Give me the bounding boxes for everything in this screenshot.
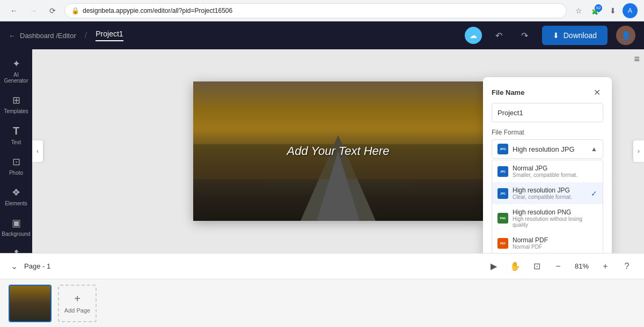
file-name-input[interactable] [492, 103, 603, 122]
close-panel-button[interactable]: ✕ [590, 86, 603, 99]
format-option-hi-png[interactable]: PNG High resolution PNG High resolution … [492, 204, 603, 232]
ai-generator-icon: ✦ [12, 58, 20, 70]
canvas-text[interactable]: Add Your Text Here [287, 144, 390, 158]
zoom-level: 81% [571, 262, 592, 270]
sidebar-item-elements[interactable]: ❖ Elements [2, 182, 30, 211]
layers-button[interactable]: ≡ [634, 54, 640, 65]
download-label: Download [564, 31, 597, 40]
app-header: ← Dashboard /Editor / Project1 ☁ ↶ ↷ ⬇ D… [0, 21, 644, 49]
sidebar-item-upload[interactable]: ⬆ Upload [2, 243, 30, 253]
thumbnail-image-1 [10, 286, 50, 321]
sidebar-item-templates[interactable]: ⊞ Templates [2, 90, 30, 118]
upload-icon: ⬆ [12, 248, 20, 253]
download-panel-header: File Name ✕ [483, 77, 612, 103]
file-format-label: File Format [492, 129, 603, 136]
reload-button[interactable]: ⟳ [45, 3, 60, 18]
hand-tool-button[interactable]: ✋ [507, 258, 524, 275]
sidebar: ✦ AIGenerator ⊞ Templates T Text ⊡ Photo… [0, 49, 32, 253]
canvas-area: ‹ Add Your Text Here › ≡ [32, 49, 644, 253]
hi-png-icon: PNG [497, 213, 508, 224]
download-panel-body: File Format JPG High resolution JPG ▲ [483, 103, 612, 253]
add-page-label: Add Page [64, 307, 90, 314]
templates-icon: ⊞ [12, 94, 20, 106]
toggle-right-button[interactable]: › [633, 140, 644, 162]
app-container: ← Dashboard /Editor / Project1 ☁ ↶ ↷ ⬇ D… [0, 21, 644, 327]
lock-icon: 🔒 [71, 7, 79, 14]
hi-png-title: High resolution PNG [513, 209, 597, 216]
back-button[interactable]: ← [6, 3, 21, 18]
undo-button[interactable]: ↶ [491, 27, 508, 44]
thumbnails-row: + Add Page [0, 279, 644, 327]
normal-pdf-title: Normal PDF [513, 236, 597, 244]
cloud-sync-icon[interactable]: ☁ [465, 27, 482, 44]
selected-format-icon: JPG [497, 144, 508, 154]
help-button[interactable]: ? [618, 258, 635, 275]
format-option-hi-jpg[interactable]: JPG High resolution JPG Clear, compatibl… [492, 182, 603, 204]
breadcrumb-text: Dashboard /Editor [20, 32, 76, 40]
sidebar-item-photo[interactable]: ⊡ Photo [2, 152, 30, 180]
normal-jpg-desc: Smaller, compatible format. [513, 172, 597, 178]
url-text: designbeta.appypie.com/editor/all?pid=Pr… [83, 7, 232, 14]
chevron-up-icon: ▲ [591, 145, 597, 153]
profile-circle[interactable]: A [623, 3, 638, 18]
format-option-normal-pdf[interactable]: PDF Normal PDF Normal PDF [492, 232, 603, 253]
page-label: Page - 1 [24, 262, 50, 270]
hi-png-desc: High resolution without losing quality [513, 216, 597, 228]
hi-jpg-title: High resolution JPG [513, 187, 587, 194]
project-title[interactable]: Project1 [96, 29, 123, 41]
format-options-list: JPG Normal JPG Smaller, compatible forma… [492, 160, 603, 253]
browser-chrome: ← → ⟳ 🔒 designbeta.appypie.com/editor/al… [0, 0, 644, 21]
hi-jpg-desc: Clear, compatible format. [513, 194, 587, 200]
user-avatar[interactable]: 👤 [616, 26, 635, 45]
breadcrumb-nav[interactable]: ← Dashboard /Editor [9, 32, 76, 40]
download-icon[interactable]: ⬇ [605, 3, 620, 18]
address-bar[interactable]: 🔒 designbeta.appypie.com/editor/all?pid=… [64, 3, 567, 18]
download-panel: File Name ✕ File Format JPG High resolut… [483, 77, 612, 253]
hi-jpg-icon: JPG [497, 188, 508, 199]
toggle-left-button[interactable]: ‹ [32, 140, 43, 162]
sidebar-item-text[interactable]: T Text [2, 121, 30, 150]
redo-button[interactable]: ↷ [516, 27, 533, 44]
check-mark-icon: ✓ [591, 189, 597, 198]
fit-screen-button[interactable]: ⊡ [528, 258, 545, 275]
file-name-label: File Name [492, 88, 524, 96]
extensions-icon[interactable]: 🧩 92 [588, 3, 603, 18]
download-button[interactable]: ⬇ Download [542, 26, 608, 45]
main-content: ✦ AIGenerator ⊞ Templates T Text ⊡ Photo… [0, 49, 644, 253]
download-icon: ⬇ [553, 31, 559, 40]
expand-pages-button[interactable]: ⌄ [9, 259, 20, 273]
sidebar-item-ai-generator[interactable]: ✦ AIGenerator [2, 54, 30, 88]
bottom-toolbar: ⌄ Page - 1 ▶ ✋ ⊡ − 81% + ? [0, 253, 644, 279]
selected-format-name: High resolution JPG [513, 145, 587, 153]
sidebar-item-background[interactable]: ▣ Background [2, 213, 30, 241]
header-separator: / [85, 31, 87, 40]
format-selector[interactable]: JPG High resolution JPG ▲ [492, 139, 603, 159]
zoom-in-button[interactable]: + [597, 258, 614, 275]
normal-pdf-icon: PDF [497, 238, 508, 249]
add-page-button[interactable]: + Add Page [58, 285, 97, 322]
photo-icon: ⊡ [12, 156, 20, 168]
bookmark-icon[interactable]: ☆ [571, 3, 586, 18]
canvas-frame[interactable]: Add Your Text Here [193, 81, 483, 221]
format-option-normal-jpg[interactable]: JPG Normal JPG Smaller, compatible forma… [492, 160, 603, 182]
background-icon: ▣ [12, 217, 21, 229]
page-thumbnail-1[interactable] [9, 285, 52, 322]
back-arrow-icon: ← [9, 32, 16, 40]
plus-icon: + [74, 293, 80, 305]
select-tool-button[interactable]: ▶ [485, 258, 502, 275]
forward-button[interactable]: → [26, 3, 41, 18]
normal-jpg-icon: JPG [497, 166, 508, 177]
zoom-out-button[interactable]: − [550, 258, 567, 275]
normal-pdf-desc: Normal PDF [513, 244, 597, 250]
text-icon: T [13, 125, 19, 137]
elements-icon: ❖ [12, 187, 20, 198]
normal-jpg-title: Normal JPG [513, 165, 597, 172]
